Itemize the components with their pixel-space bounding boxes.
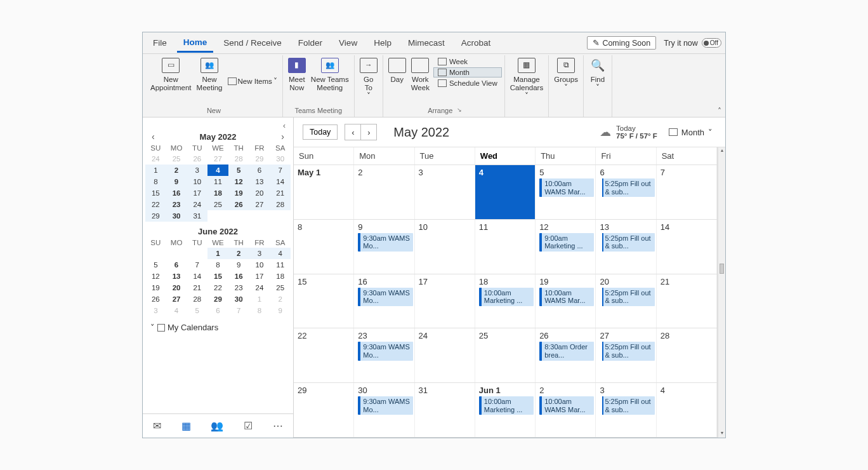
mini-day[interactable]: 9 (228, 259, 249, 271)
grid-cell[interactable]: 169:30am WAMS Mo... (354, 274, 414, 328)
calendar-event[interactable]: 10:00am WAMS Mar... (539, 178, 594, 197)
calendar-event[interactable]: 9:30am WAMS Mo... (358, 288, 412, 306)
mini-day[interactable]: 23 (228, 282, 249, 293)
mini-day[interactable]: 29 (249, 153, 270, 164)
mini-day[interactable]: 27 (249, 199, 270, 210)
new-appointment-button[interactable]: ▭ New Appointment (148, 57, 194, 93)
scroll-down-button[interactable]: ▾ (718, 430, 725, 438)
mail-nav-icon[interactable]: ✉ (149, 417, 165, 434)
tab-view[interactable]: View (332, 34, 364, 51)
mini-day[interactable]: 16 (228, 271, 249, 282)
mini-day[interactable]: 1 (207, 248, 228, 259)
mini-day[interactable]: 2 (228, 248, 249, 259)
mini-day[interactable]: 6 (249, 164, 270, 176)
scroll-handle[interactable] (720, 264, 724, 274)
mini-cal-prev[interactable]: ‹ (149, 131, 157, 142)
calendar-event[interactable]: 9:30am WAMS Mo... (358, 342, 412, 360)
find-button[interactable]: 🔍 Find ˅ (586, 57, 609, 93)
mini-day[interactable]: 24 (145, 153, 166, 164)
mini-day[interactable]: 26 (187, 153, 207, 164)
grid-cell[interactable]: 2 (354, 165, 414, 219)
calendar-event[interactable]: 10:00am WAMS Mar... (539, 288, 594, 306)
mini-day[interactable]: 5 (187, 305, 207, 316)
mini-day[interactable]: 30 (166, 210, 187, 222)
mini-day[interactable]: 5 (145, 259, 166, 271)
mini-day[interactable]: 16 (166, 187, 187, 199)
grid-cell[interactable]: 239:30am WAMS Mo... (354, 328, 414, 382)
calendar-event[interactable]: 9:00am Marketing ... (539, 233, 594, 252)
calendar-event[interactable]: 10:00am Marketing ... (479, 288, 534, 306)
grid-cell[interactable]: 1810:00am Marketing ... (475, 274, 536, 328)
new-meeting-button[interactable]: 👥 New Meeting (194, 57, 225, 93)
mini-day[interactable] (166, 248, 187, 259)
mini-day[interactable]: 26 (228, 199, 249, 210)
grid-cell[interactable]: 8 (294, 220, 354, 274)
mini-day[interactable]: 3 (187, 164, 207, 176)
mini-day[interactable]: 24 (187, 199, 207, 210)
tab-help[interactable]: Help (367, 34, 398, 51)
calendar-event[interactable]: 10:00am Marketing ... (479, 396, 534, 415)
calendar-nav-icon[interactable]: ▦ (178, 417, 195, 434)
mini-day[interactable]: 8 (249, 305, 270, 316)
mini-day[interactable]: 28 (270, 199, 291, 210)
mini-day[interactable]: 4 (207, 164, 228, 176)
mini-day[interactable]: 8 (207, 259, 228, 271)
mini-day[interactable] (187, 248, 207, 259)
mini-day[interactable]: 26 (145, 293, 166, 305)
calendar-event[interactable]: 8:30am Order brea... (539, 342, 594, 360)
mini-day[interactable]: 21 (270, 187, 291, 199)
mini-day[interactable]: 3 (249, 248, 270, 259)
mini-day[interactable]: 18 (270, 271, 291, 282)
goto-button[interactable]: → Go To ˅ (357, 57, 380, 102)
mini-day[interactable]: 3 (145, 305, 166, 316)
tab-mimecast[interactable]: Mimecast (402, 34, 451, 51)
grid-cell[interactable]: 268:30am Order brea... (536, 328, 596, 382)
mini-day[interactable]: 28 (187, 293, 207, 305)
mini-day[interactable]: 17 (187, 187, 207, 199)
grid-cell[interactable]: 22 (294, 328, 354, 382)
schedule-view-button[interactable]: Schedule View (433, 78, 502, 88)
tab-home[interactable]: Home (177, 34, 214, 53)
mini-day[interactable]: 15 (207, 271, 228, 282)
grid-cell[interactable]: 25 (475, 328, 536, 382)
grid-cell[interactable]: May 1 (294, 165, 354, 219)
grid-cell[interactable]: 21 (657, 274, 717, 328)
prev-period-button[interactable]: ‹ (345, 124, 361, 140)
mini-day[interactable]: 13 (249, 176, 270, 187)
grid-cell[interactable]: 15 (294, 274, 354, 328)
mini-day[interactable]: 22 (145, 199, 166, 210)
grid-cell[interactable]: 210:00am WAMS Mar... (536, 383, 596, 437)
tasks-nav-icon[interactable]: ☑ (240, 417, 256, 434)
mini-day[interactable]: 2 (270, 293, 291, 305)
mini-day[interactable]: 29 (145, 210, 166, 222)
mini-day[interactable]: 17 (249, 271, 270, 282)
mini-day[interactable]: 14 (187, 271, 207, 282)
mini-day[interactable]: 27 (207, 153, 228, 164)
grid-cell[interactable]: 10 (415, 220, 475, 274)
day-view-button[interactable]: Day (386, 57, 409, 85)
mini-day[interactable]: 19 (145, 282, 166, 293)
mini-day[interactable]: 20 (166, 282, 187, 293)
mini-day[interactable]: 22 (207, 282, 228, 293)
mini-day[interactable]: 7 (187, 259, 207, 271)
mini-day[interactable]: 14 (270, 176, 291, 187)
scroll-up-button[interactable]: ▴ (718, 147, 725, 155)
calendar-event[interactable]: 10:00am WAMS Mar... (539, 396, 594, 415)
collapse-sidebar-button[interactable]: ‹ (283, 121, 286, 130)
new-teams-meeting-button[interactable]: 👥 New Teams Meeting (308, 57, 352, 93)
grid-cell[interactable]: 135:25pm Fill out & sub... (596, 220, 656, 274)
mini-day[interactable]: 12 (145, 271, 166, 282)
grid-cell[interactable]: 275:25pm Fill out & sub... (596, 328, 656, 382)
calendar-event[interactable]: 5:25pm Fill out & sub... (600, 233, 654, 252)
mini-day[interactable]: 13 (166, 271, 187, 282)
mini-day[interactable]: 31 (187, 210, 207, 222)
mini-day[interactable]: 2 (166, 164, 187, 176)
grid-cell[interactable]: 510:00am WAMS Mar... (536, 165, 596, 219)
grid-cell[interactable]: 17 (415, 274, 475, 328)
grid-cell[interactable]: 1910:00am WAMS Mar... (536, 274, 596, 328)
mini-day[interactable]: 7 (270, 164, 291, 176)
mini-day[interactable]: 1 (249, 293, 270, 305)
calendar-event[interactable]: 5:25pm Fill out & sub... (600, 396, 654, 415)
tab-folder[interactable]: Folder (292, 34, 329, 51)
grid-cell[interactable]: 24 (415, 328, 475, 382)
